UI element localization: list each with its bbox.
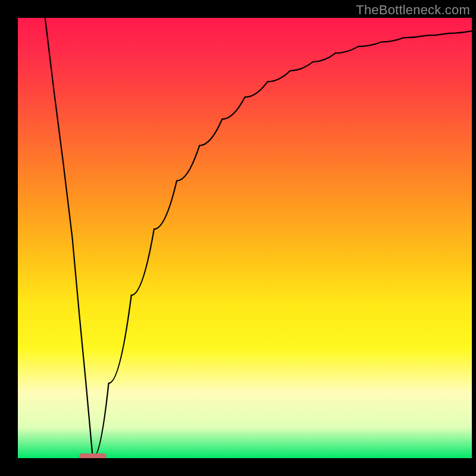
bottleneck-curve [18, 18, 472, 458]
plot-area [18, 18, 472, 458]
chart-frame: TheBottleneck.com [0, 0, 476, 476]
watermark-text: TheBottleneck.com [356, 2, 470, 18]
curve-right-branch [93, 31, 472, 458]
curve-left-branch [45, 18, 93, 458]
minimum-marker [79, 453, 107, 458]
